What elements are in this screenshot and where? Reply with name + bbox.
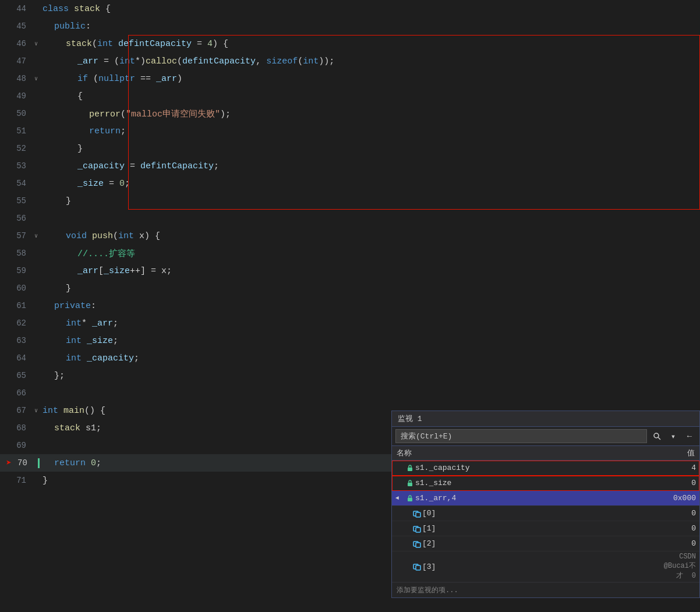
watch-row-size[interactable]: s1._size 0 (392, 476, 699, 491)
code-content-62: int* _arr; (40, 319, 700, 328)
line-61: 61 private: (0, 297, 700, 314)
code-content-47: _arr = (int*)calloc(defintCapacity, size… (40, 56, 700, 66)
line-number-66: 66 (0, 388, 32, 398)
box-icon (413, 540, 421, 548)
svg-rect-2 (408, 468, 412, 471)
fold-57: ∨ (32, 232, 40, 239)
keyword: public (54, 22, 86, 31)
code-content-51: return; (40, 126, 700, 136)
line-number-61: 61 (0, 301, 32, 310)
code-content-46: stack(int defintCapacity = 4) { (40, 39, 700, 49)
code-content-48: if (nullptr == _arr) (40, 74, 700, 84)
svg-rect-4 (408, 498, 412, 501)
line-57: 57 ∨ void push(int x) { (0, 227, 700, 245)
line-48: 48 ∨ if (nullptr == _arr) (0, 70, 700, 87)
code-content-61: private: (40, 301, 700, 311)
box-icon (413, 563, 421, 571)
code-content-59: _arr[_size++] = x; (40, 266, 700, 276)
line-number-65: 65 (0, 371, 32, 380)
line-65: 65 }; (0, 367, 700, 384)
watch-cell-name: s1._size (392, 476, 653, 491)
line-44: 44 class stack { (0, 0, 700, 17)
watch-row-2[interactable]: [2] 0 (392, 536, 699, 551)
code-content-55: } (40, 196, 700, 206)
line-52: 52 } (0, 140, 700, 157)
watch-cell-value: 0 (653, 476, 699, 491)
line-50: 50 perror("malloc申请空间失败"); (0, 105, 700, 122)
watch-cell-name: [1] (392, 521, 653, 536)
line-number-52: 52 (0, 144, 32, 153)
line-45: 45 public: (0, 17, 700, 35)
watch-row-capacity[interactable]: s1._capacity 4 (392, 461, 699, 476)
changed-indicator (38, 458, 40, 468)
watch-cell-value: 0x000 (653, 491, 699, 506)
box-icon (413, 510, 421, 518)
code-content-50: perror("malloc申请空间失败"); (40, 108, 700, 119)
watch-title: 监视 1 (398, 413, 422, 424)
fold-67: ∨ (32, 407, 40, 414)
watch-cell-name: [0] (392, 506, 653, 521)
line-53: 53 _capacity = defintCapacity; (0, 157, 700, 175)
line-number-62: 62 (0, 319, 32, 328)
line-number-68: 68 (0, 423, 32, 433)
watch-search-area[interactable]: 搜索(Ctrl+E) (395, 429, 647, 443)
svg-point-0 (654, 433, 659, 438)
search-icon (653, 432, 661, 440)
line-number-69: 69 (0, 441, 32, 450)
code-content-52: } (40, 144, 700, 154)
search-label: 搜索(Ctrl+E) (401, 431, 452, 441)
code-content-63: int _size; (40, 336, 700, 346)
watch-row-0[interactable]: [0] 0 (392, 506, 699, 521)
svg-rect-10 (416, 543, 420, 547)
col-value-header: 值 (653, 446, 699, 461)
line-number-67: 67 (0, 406, 32, 415)
lock-icon (406, 494, 414, 503)
back-icon-btn[interactable]: ← (683, 430, 696, 443)
line-number-71: 71 (0, 476, 32, 485)
dropdown-icon-btn[interactable]: ▾ (667, 430, 680, 443)
line-46: 46 ∨ stack(int defintCapacity = 4) { (0, 35, 700, 52)
watch-table: 名称 值 s1._capacity (392, 446, 699, 582)
watch-cell-name: ◄ s1._arr,4 (392, 491, 653, 506)
line-number-58: 58 (0, 249, 32, 258)
line-number-51: 51 (0, 126, 32, 136)
col-name-header: 名称 (392, 446, 653, 461)
line-number-45: 45 (0, 22, 32, 31)
watch-toolbar: 搜索(Ctrl+E) ▾ ← (392, 427, 699, 446)
line-number-59: 59 (0, 266, 32, 275)
line-56: 56 (0, 210, 700, 227)
line-number-60: 60 (0, 284, 32, 293)
line-60: 60 } (0, 280, 700, 297)
code-content-49: { (40, 91, 700, 101)
line-number-56: 56 (0, 214, 32, 223)
svg-rect-12 (416, 565, 420, 570)
line-number-57: 57 (0, 231, 32, 240)
watch-table-header: 名称 值 (392, 446, 699, 461)
line-58: 58 //....扩容等 (0, 245, 700, 262)
watch-title-bar: 监视 1 (392, 411, 699, 427)
watch-cell-name: [2] (392, 536, 653, 551)
line-47: 47 _arr = (int*)calloc(defintCapacity, s… (0, 52, 700, 70)
line-number-49: 49 (0, 91, 32, 101)
classname: stack (74, 4, 100, 14)
svg-rect-8 (416, 528, 420, 532)
line-number-55: 55 (0, 196, 32, 206)
line-number-53: 53 (0, 161, 32, 171)
line-59: 59 _arr[_size++] = x; (0, 262, 700, 280)
watch-panel: 监视 1 搜索(Ctrl+E) ▾ ← 名称 值 (391, 411, 700, 598)
search-icon-btn[interactable] (650, 430, 663, 443)
line-number-54: 54 (0, 179, 32, 188)
line-49: 49 { (0, 87, 700, 105)
line-number-64: 64 (0, 353, 32, 363)
funcname: stack (66, 39, 92, 49)
watch-footer: 添加要监视的项... (392, 582, 699, 597)
svg-rect-6 (416, 512, 420, 517)
watch-cell-value: 0 (653, 536, 699, 551)
line-62: 62 int* _arr; (0, 314, 700, 332)
code-content-64: int _capacity; (40, 353, 700, 363)
code-content-58: //....扩容等 (40, 248, 700, 259)
line-63: 63 int _size; (0, 332, 700, 349)
watch-row-3[interactable]: [3] CSDN @Bucai不才 0 (392, 551, 699, 582)
watch-row-1[interactable]: [1] 0 (392, 521, 699, 536)
watch-row-arr[interactable]: ◄ s1._arr,4 0x000 (392, 491, 699, 506)
